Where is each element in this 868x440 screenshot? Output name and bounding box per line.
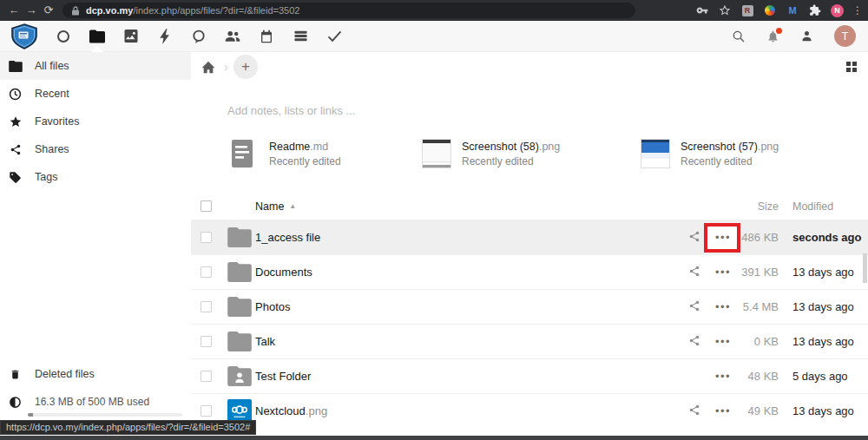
- address-bar[interactable]: dcp.vo.my/index.php/apps/files/?dir=/&fi…: [62, 3, 635, 18]
- row-checkbox[interactable]: [201, 336, 212, 347]
- actions-menu-button[interactable]: •••: [715, 303, 731, 312]
- table-row-photos[interactable]: Photos ••• 5.4 MB 13 days ago: [191, 289, 868, 324]
- row-checkbox[interactable]: [201, 301, 212, 312]
- table-row-nextcloud-png[interactable]: Nextcloud.png ••• 49 KB 13 days ago: [191, 393, 868, 428]
- browser-toolbar: ← → ⟳ dcp.vo.my/index.php/apps/files/?di…: [0, 0, 868, 21]
- browser-forward-button[interactable]: →: [23, 0, 40, 21]
- quota-text: 16.3 MB of 500 MB used: [35, 396, 149, 408]
- table-row-talk[interactable]: Talk ••• 0 KB 13 days ago: [191, 324, 868, 358]
- file-name-link[interactable]: Documents: [253, 266, 681, 279]
- extension-m-icon[interactable]: M: [786, 3, 799, 17]
- share-button[interactable]: [681, 334, 708, 350]
- sidebar-item-deleted-files[interactable]: Deleted files: [0, 360, 191, 388]
- photos-icon[interactable]: [123, 26, 139, 47]
- folder-icon: [8, 61, 23, 72]
- tasks-check-icon[interactable]: [326, 26, 342, 47]
- sort-by-size-header[interactable]: Size: [738, 200, 779, 213]
- row-checkbox[interactable]: [201, 232, 212, 243]
- share-button[interactable]: [681, 299, 708, 315]
- recommended-card-screenshot-58[interactable]: Screenshot (58).png Recently edited: [422, 139, 560, 168]
- app-logo-shield-icon[interactable]: [9, 23, 40, 49]
- recommended-card-readme[interactable]: Readme.md Recently edited: [229, 139, 341, 168]
- file-name: Screenshot (58): [462, 141, 539, 153]
- sort-by-modified-header[interactable]: Modified: [779, 200, 868, 213]
- app-navigation: [56, 26, 342, 47]
- file-name-link[interactable]: Photos: [253, 300, 681, 313]
- sidebar-label: All files: [35, 60, 69, 72]
- actions-menu-button[interactable]: •••: [715, 338, 731, 346]
- home-icon[interactable]: [201, 61, 219, 74]
- screen: ← → ⟳ dcp.vo.my/index.php/apps/files/?di…: [0, 0, 868, 440]
- actions-menu-button[interactable]: •••: [715, 268, 731, 277]
- share-button[interactable]: [681, 265, 708, 280]
- scrollbar-thumb[interactable]: [863, 253, 867, 283]
- extension-rainbow-icon[interactable]: [763, 3, 777, 17]
- notes-input[interactable]: Add notes, lists or links ...: [227, 104, 355, 117]
- file-size: 49 KB: [738, 404, 779, 417]
- browser-menu-icon[interactable]: ⋮: [852, 4, 863, 16]
- talk-bubble-icon[interactable]: [191, 26, 207, 47]
- folder-icon: [227, 332, 253, 351]
- browser-profile-avatar[interactable]: N: [831, 4, 844, 17]
- file-name-link[interactable]: Test Folder: [253, 370, 681, 383]
- deck-stack-icon[interactable]: [293, 26, 308, 47]
- quota-pie-icon: [8, 396, 23, 409]
- recommended-card-screenshot-57[interactable]: Screenshot (57).png Recently edited: [641, 139, 779, 168]
- sidebar-item-recent[interactable]: Recent: [0, 80, 191, 108]
- actions-menu-button[interactable]: •••: [715, 233, 731, 242]
- files-icon[interactable]: [89, 26, 105, 47]
- notifications-bell-icon[interactable]: [766, 30, 779, 43]
- actions-menu-button[interactable]: •••: [715, 407, 731, 416]
- recommended-files: Readme.md Recently edited Screenshot (58…: [191, 139, 868, 175]
- browser-reload-button[interactable]: ⟳: [40, 0, 57, 21]
- contacts-menu-icon[interactable]: [800, 30, 813, 43]
- file-name-link[interactable]: 1_access file: [253, 231, 681, 244]
- row-checkbox[interactable]: [201, 405, 212, 417]
- extensions-puzzle-icon[interactable]: [808, 3, 822, 17]
- file-modified: 13 days ago: [779, 335, 868, 348]
- name-header-label: Name: [255, 200, 284, 213]
- breadcrumb: › +: [198, 55, 258, 79]
- table-row-1-access-file[interactable]: 1_access file ••• 486 KB seconds ago: [191, 220, 868, 254]
- browser-back-button[interactable]: ←: [5, 0, 23, 21]
- nextcloud-header: T: [0, 21, 868, 52]
- contacts-people-icon[interactable]: [225, 26, 240, 47]
- file-extension: .md: [310, 141, 328, 153]
- user-avatar[interactable]: T: [834, 25, 856, 47]
- sort-by-name-header[interactable]: Name ▲: [253, 200, 681, 213]
- table-row-documents[interactable]: Documents ••• 391 KB 13 days ago: [191, 254, 868, 289]
- clock-icon: [8, 88, 23, 101]
- folder-icon: [227, 262, 253, 282]
- search-icon[interactable]: [732, 30, 746, 43]
- bookmark-star-icon[interactable]: [718, 3, 732, 17]
- row-checkbox[interactable]: [201, 266, 212, 278]
- circles-icon[interactable]: [56, 26, 71, 47]
- key-icon[interactable]: [695, 3, 709, 17]
- folder-icon: [227, 297, 253, 317]
- sort-ascending-icon: ▲: [289, 202, 296, 210]
- file-size: 391 KB: [738, 266, 779, 279]
- row-checkbox[interactable]: [201, 371, 212, 382]
- sidebar-item-all-files[interactable]: All files: [0, 52, 191, 80]
- shared-folder-icon: [227, 366, 253, 386]
- file-size: 0 KB: [738, 335, 779, 348]
- table-row-test-folder[interactable]: Test Folder ••• 48 KB 5 days ago: [191, 358, 868, 393]
- actions-menu-button[interactable]: •••: [715, 372, 731, 381]
- url-host: dcp.vo.my: [86, 5, 133, 16]
- extension-r-icon[interactable]: R: [740, 3, 754, 17]
- share-button[interactable]: [681, 404, 708, 419]
- select-all-checkbox[interactable]: [201, 200, 212, 212]
- lock-icon: [71, 6, 80, 16]
- activity-lightning-icon[interactable]: [157, 26, 173, 47]
- file-name-link[interactable]: Talk: [253, 335, 681, 348]
- file-size: 5.4 MB: [738, 300, 779, 313]
- sidebar-item-tags[interactable]: Tags: [0, 163, 191, 191]
- file-name-link[interactable]: Nextcloud.png: [253, 404, 681, 417]
- grid-view-toggle-icon[interactable]: [846, 62, 857, 72]
- sidebar-item-favorites[interactable]: Favorites: [0, 108, 191, 135]
- status-bar-url: https://dcp.vo.my/index.php/apps/files/?…: [0, 420, 256, 435]
- calendar-icon[interactable]: [259, 26, 274, 47]
- sidebar-item-shares[interactable]: Shares: [0, 135, 191, 163]
- sidebar-label: Recent: [35, 88, 69, 100]
- add-new-button[interactable]: +: [233, 55, 258, 79]
